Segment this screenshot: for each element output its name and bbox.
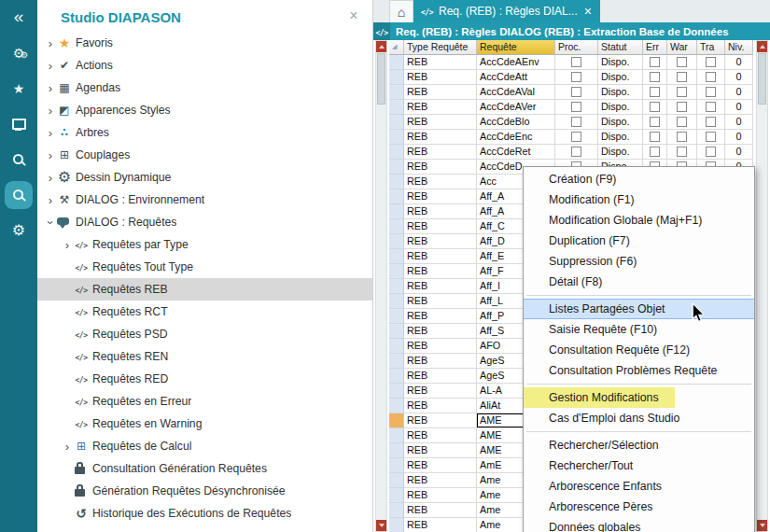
cell-statut[interactable]: Dispo.: [598, 130, 643, 145]
cell-requete[interactable]: AccCdeBlo: [477, 115, 555, 130]
tra-checkbox[interactable]: [706, 147, 716, 157]
chevron-icon[interactable]: [45, 59, 56, 73]
cell-type-requete[interactable]: REB: [404, 70, 477, 85]
scrollbar-thumb[interactable]: [377, 53, 385, 105]
chevron-icon[interactable]: [45, 216, 56, 230]
war-checkbox[interactable]: [677, 87, 687, 97]
menu-separator[interactable]: [524, 292, 754, 299]
tree-item-actions[interactable]: Actions: [37, 54, 372, 77]
war-checkbox[interactable]: [677, 72, 687, 82]
cell-type-requete[interactable]: REB: [404, 204, 477, 219]
row-selector-cell[interactable]: [389, 503, 404, 518]
cell-type-requete[interactable]: REB: [404, 294, 477, 309]
cell-type-requete[interactable]: REB: [404, 354, 477, 369]
chevron-icon[interactable]: [62, 440, 73, 454]
grid-row[interactable]: REB AccCdeRet Dispo. 0: [389, 145, 753, 160]
cell-war[interactable]: [667, 130, 697, 145]
chevron-icon[interactable]: [45, 126, 56, 140]
tree-item-arbres[interactable]: Arbres: [37, 121, 372, 144]
menu-separator[interactable]: [524, 428, 754, 435]
tree-item-historique-executions-requetes[interactable]: Historique des Exécutions de Requêtes: [37, 502, 372, 525]
menu-item-modification[interactable]: Modification (F1): [524, 189, 754, 210]
cell-war[interactable]: [667, 100, 697, 115]
proc-checkbox[interactable]: [571, 72, 581, 82]
row-selector-cell[interactable]: [389, 428, 404, 443]
menu-item-arborescence-enfants[interactable]: Arborescence Enfants: [524, 476, 754, 497]
column-header-niv[interactable]: Niv.: [725, 40, 753, 55]
row-selector-cell[interactable]: [389, 115, 404, 130]
proc-checkbox[interactable]: [571, 132, 581, 142]
select-all-corner[interactable]: [389, 40, 404, 55]
row-selector-cell[interactable]: [389, 488, 404, 503]
cell-err[interactable]: [643, 70, 667, 85]
row-selector-cell[interactable]: [389, 130, 404, 145]
cell-proc[interactable]: [555, 55, 598, 70]
chevron-icon[interactable]: [45, 36, 56, 50]
cell-type-requete[interactable]: REB: [404, 145, 477, 160]
activity-explorer-button[interactable]: [0, 177, 37, 213]
row-selector-cell[interactable]: [389, 369, 404, 384]
tra-checkbox[interactable]: [706, 87, 716, 97]
cell-statut[interactable]: Dispo.: [598, 55, 643, 70]
war-checkbox[interactable]: [677, 102, 687, 112]
home-tab[interactable]: [389, 0, 413, 22]
proc-checkbox[interactable]: [571, 57, 581, 67]
tree-item-requetes-de-calcul[interactable]: Requêtes de Calcul: [37, 435, 372, 457]
cell-niv[interactable]: 0: [725, 115, 753, 130]
cell-tra[interactable]: [697, 145, 725, 160]
tree-item-requetes-red[interactable]: Requêtes RED: [37, 368, 372, 390]
chevron-icon[interactable]: [62, 238, 73, 252]
column-header-war[interactable]: War: [667, 40, 697, 55]
row-selector-cell[interactable]: [389, 55, 404, 70]
grid-vscrollbar-right[interactable]: [756, 40, 768, 532]
cell-statut[interactable]: Dispo.: [598, 115, 643, 130]
menu-item-consultation-problemes-requete[interactable]: Consultation Problèmes Requête: [524, 360, 754, 381]
menu-item-rechercher-selection[interactable]: Rechercher/Sélection: [524, 435, 754, 455]
column-header-type-requete[interactable]: Type Requête: [404, 40, 477, 55]
row-selector-cell[interactable]: [389, 473, 404, 488]
menu-item-rechercher-tout[interactable]: Rechercher/Tout: [524, 455, 754, 476]
menu-item-donnees-globales[interactable]: Données globales: [524, 517, 754, 532]
cell-type-requete[interactable]: REB: [404, 413, 477, 428]
cell-type-requete[interactable]: REB: [404, 55, 477, 70]
menu-item-creation[interactable]: Création (F9): [524, 169, 754, 189]
cell-type-requete[interactable]: REB: [404, 458, 477, 473]
menu-item-suppression[interactable]: Suppression (F6): [524, 251, 754, 272]
cell-niv[interactable]: 0: [725, 70, 753, 85]
cell-war[interactable]: [667, 55, 697, 70]
cell-war[interactable]: [667, 145, 697, 160]
cell-proc[interactable]: [555, 145, 598, 160]
grid-row[interactable]: REB AccCdeBlo Dispo. 0: [389, 115, 753, 130]
err-checkbox[interactable]: [650, 117, 660, 127]
row-selector-cell[interactable]: [389, 189, 404, 204]
column-header-requete[interactable]: Requête: [477, 40, 555, 55]
grid-vscrollbar-left[interactable]: [375, 40, 387, 532]
cell-type-requete[interactable]: REB: [404, 130, 477, 145]
cell-type-requete[interactable]: REB: [404, 160, 477, 175]
grid-row[interactable]: REB AccCdeEnc Dispo. 0: [389, 130, 753, 145]
tree-item-agendas[interactable]: Agendas: [37, 77, 372, 99]
row-selector-cell[interactable]: [389, 339, 404, 354]
cell-type-requete[interactable]: REB: [404, 369, 477, 384]
activity-favorites-button[interactable]: [0, 71, 37, 106]
tra-checkbox[interactable]: [706, 57, 716, 67]
chevron-icon[interactable]: [45, 148, 56, 162]
cell-type-requete[interactable]: REB: [404, 234, 477, 249]
tree-item-requetes-tout-type[interactable]: Requêtes Tout Type: [37, 256, 372, 278]
tree-item-requetes-en-erreur[interactable]: Requêtes en Erreur: [37, 390, 372, 413]
cell-err[interactable]: [643, 100, 667, 115]
cell-statut[interactable]: Dispo.: [598, 145, 643, 160]
cell-type-requete[interactable]: REB: [404, 100, 477, 115]
row-selector-cell[interactable]: [389, 384, 404, 399]
proc-checkbox[interactable]: [571, 102, 581, 112]
row-selector-cell[interactable]: [389, 219, 404, 234]
cell-type-requete[interactable]: REB: [404, 309, 477, 324]
tab-req-reb[interactable]: Req. (REB) : Règles DIAL...: [413, 0, 600, 22]
collapse-panel-button[interactable]: [0, 0, 37, 35]
cell-niv[interactable]: 0: [725, 85, 753, 100]
grid-row[interactable]: REB AccCdeAtt Dispo. 0: [389, 70, 753, 85]
row-selector-cell[interactable]: [389, 309, 404, 324]
row-selector-cell[interactable]: [389, 160, 404, 175]
cell-war[interactable]: [667, 115, 697, 130]
row-selector-cell[interactable]: [389, 100, 404, 115]
